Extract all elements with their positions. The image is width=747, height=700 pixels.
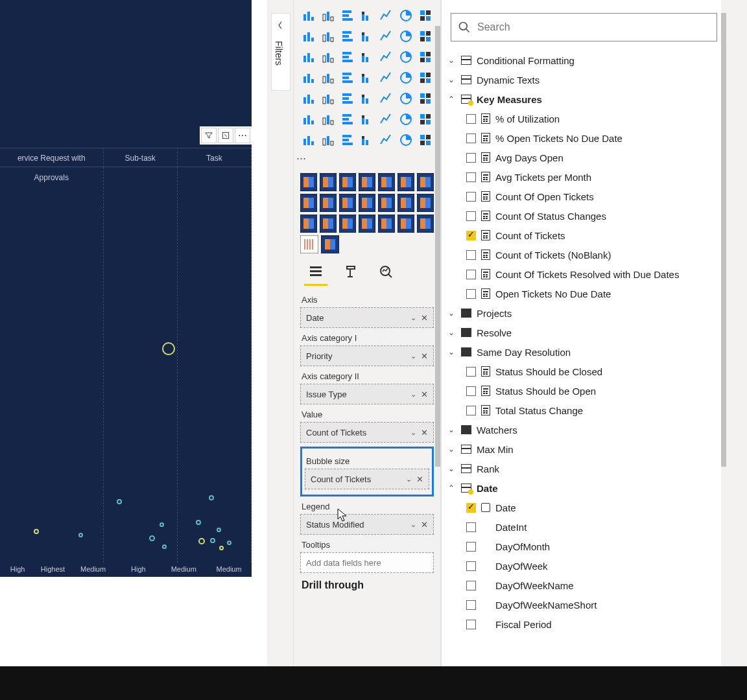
filters-pane-collapsed[interactable]: Filters [271, 13, 290, 91]
well-category-1[interactable]: Priority⌄✕ [300, 345, 434, 366]
custom-visual-icon[interactable] [417, 215, 434, 233]
viz-type-icon[interactable] [359, 6, 375, 25]
viz-scrollbar[interactable] [435, 0, 440, 666]
viz-type-icon[interactable] [397, 131, 414, 149]
custom-visual-icon[interactable] [359, 194, 375, 212]
table-same-day[interactable]: ⌄Same Day Resolution [447, 342, 721, 362]
custom-visual-icon[interactable] [339, 194, 356, 212]
custom-visual-icon[interactable] [320, 173, 337, 191]
field-item[interactable]: Fiscal Period [447, 614, 721, 634]
viz-type-icon[interactable] [300, 48, 317, 66]
field-item[interactable]: DayOfWeekName [447, 576, 721, 595]
viz-type-icon[interactable] [397, 89, 414, 108]
field-checkbox[interactable] [466, 134, 476, 143]
field-item[interactable]: Count Of Status Changes [447, 206, 721, 226]
viz-type-icon[interactable] [397, 27, 414, 45]
viz-type-icon[interactable] [397, 6, 414, 25]
custom-visual-icon[interactable] [417, 173, 434, 191]
custom-visual-icon[interactable] [339, 173, 356, 191]
field-item[interactable]: DateInt [447, 517, 721, 537]
viz-type-icon[interactable] [320, 110, 337, 128]
table-key-measures[interactable]: ⌃Key Measures [447, 89, 721, 109]
field-checkbox[interactable] [466, 270, 476, 279]
viz-type-icon[interactable] [397, 110, 414, 128]
field-item[interactable]: Count of Tickets [447, 226, 721, 245]
fields-scrollbar[interactable] [721, 0, 726, 666]
table-projects[interactable]: ⌄Projects [447, 303, 721, 323]
viz-type-icon[interactable] [300, 131, 317, 149]
viz-type-icon[interactable] [339, 110, 356, 128]
viz-type-icon[interactable] [339, 27, 356, 45]
well-legend[interactable]: Status Modified⌄✕ [300, 514, 434, 535]
field-checkbox[interactable] [466, 503, 476, 513]
viz-type-icon[interactable] [417, 110, 434, 128]
field-item[interactable]: DayOfWeekNameShort [447, 595, 721, 614]
field-checkbox[interactable] [466, 250, 476, 260]
field-checkbox[interactable] [466, 153, 476, 163]
viz-type-icon[interactable] [339, 6, 356, 25]
remove-icon[interactable]: ✕ [421, 351, 428, 361]
table-rank[interactable]: ⌄Rank [447, 459, 721, 478]
dot-plot-visual[interactable]: ⋯ ervice Request with Approvals Sub-task… [0, 0, 252, 577]
fields-search[interactable] [451, 13, 717, 41]
viz-type-icon[interactable] [378, 48, 395, 66]
viz-type-icon[interactable] [417, 27, 434, 45]
viz-type-icon[interactable] [417, 48, 434, 66]
table-max-min[interactable]: ⌄Max Min [447, 439, 721, 459]
field-item[interactable]: Avg Tickets per Month [447, 167, 721, 187]
viz-type-icon[interactable] [320, 131, 337, 149]
field-checkbox[interactable] [466, 192, 476, 202]
field-item[interactable]: Count Of Tickets Resolved with Due Dates [447, 264, 721, 284]
chevron-down-icon[interactable]: ⌄ [410, 520, 416, 529]
viz-type-icon[interactable] [300, 69, 317, 87]
format-tab-icon[interactable] [339, 260, 362, 283]
viz-type-icon[interactable] [397, 48, 414, 66]
viz-type-icon[interactable] [320, 69, 337, 87]
remove-icon[interactable]: ✕ [421, 313, 428, 323]
field-item[interactable]: Status Should be Open [447, 381, 721, 401]
custom-visual-icon[interactable] [397, 215, 414, 233]
viz-type-icon[interactable] [378, 110, 395, 128]
chevron-down-icon[interactable]: ⌄ [410, 314, 416, 322]
field-item[interactable]: Count Of Open Tickets [447, 187, 721, 206]
field-checkbox[interactable] [466, 522, 476, 532]
custom-visual-icon[interactable] [300, 215, 317, 233]
custom-visual-icon[interactable] [320, 194, 337, 212]
well-value[interactable]: Count of Tickets⌄✕ [300, 422, 434, 443]
chevron-down-icon[interactable]: ⌄ [410, 352, 416, 360]
table-date[interactable]: ⌃Date [447, 478, 721, 498]
custom-visual-icon[interactable] [300, 235, 318, 253]
viz-type-icon[interactable] [339, 69, 356, 87]
field-checkbox[interactable] [466, 542, 476, 552]
chevron-down-icon[interactable]: ⌄ [406, 475, 412, 484]
field-item[interactable]: % of Utilization [447, 109, 721, 128]
viz-type-icon[interactable] [320, 48, 337, 66]
viz-type-icon[interactable] [300, 89, 317, 108]
field-checkbox[interactable] [466, 620, 476, 629]
well-bubble-size[interactable]: Count of Tickets⌄✕ [305, 469, 429, 489]
more-options-icon[interactable]: ⋯ [235, 128, 250, 143]
viz-type-icon[interactable] [300, 27, 317, 45]
table-resolve[interactable]: ⌄Resolve [447, 323, 721, 342]
custom-visual-icon[interactable] [339, 215, 356, 233]
viz-type-icon[interactable] [378, 6, 395, 25]
viz-type-icon[interactable] [378, 89, 395, 108]
viz-type-icon[interactable] [417, 89, 434, 108]
well-tooltips[interactable]: Add data fields here [300, 552, 434, 573]
field-checkbox[interactable] [466, 581, 476, 590]
remove-icon[interactable]: ✕ [421, 520, 428, 530]
field-item[interactable]: Date [447, 498, 721, 517]
field-checkbox[interactable] [466, 114, 476, 124]
custom-visual-icon[interactable] [378, 215, 395, 233]
viz-type-icon[interactable] [378, 27, 395, 45]
viz-type-icon[interactable] [359, 69, 375, 87]
custom-visual-icon[interactable] [300, 194, 317, 212]
table-dynamic-texts[interactable]: ⌄Dynamic Texts [447, 70, 721, 89]
custom-visual-icon[interactable] [378, 173, 395, 191]
viz-type-icon[interactable] [320, 89, 337, 108]
field-item[interactable]: DayOfWeek [447, 556, 721, 576]
filter-icon[interactable] [201, 128, 217, 143]
field-checkbox[interactable] [466, 406, 476, 415]
custom-visual-icon[interactable] [321, 235, 339, 253]
gallery-more-icon[interactable]: ··· [294, 152, 440, 165]
